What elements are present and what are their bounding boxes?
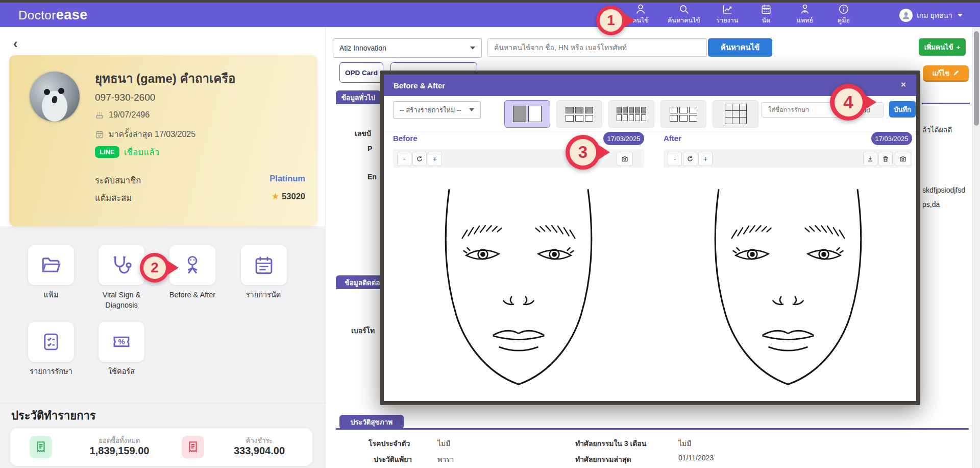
save-button[interactable]: บันทึก (889, 101, 916, 118)
calendar-check-icon (95, 130, 104, 139)
checklist-icon (40, 331, 62, 353)
chevron-down-icon (958, 14, 963, 17)
nav-appointments[interactable]: นัด (754, 4, 778, 26)
member-level-value: Platinum (270, 174, 305, 187)
callout-pointer (599, 145, 610, 159)
edit-button[interactable]: แก้ไข (923, 65, 969, 82)
layout-table-button[interactable] (713, 100, 758, 128)
after-camera-button[interactable] (895, 152, 911, 166)
before-face-canvas[interactable] (393, 172, 644, 400)
callout-step-4: 4 (830, 84, 867, 121)
fragment-id-label: เลขบั (355, 128, 371, 139)
user-menu[interactable]: เกม ยุทธนา (899, 9, 963, 22)
history-summary-card: ยอดซื้อทั้งหมด 1,839,159.00 ค้างชำระ 333… (10, 428, 312, 466)
after-download-button[interactable] (863, 152, 877, 166)
callout-number: 1 (600, 9, 622, 32)
before-zoom-in-button[interactable]: + (428, 152, 442, 166)
clinic-select-value: Atiz Innovation (339, 44, 386, 52)
fragment-en: En (368, 173, 377, 181)
history-title: ประวัติทำรายการ (11, 407, 96, 425)
patient-last-visit: มาครั้งล่าสุด 17/03/2025 (109, 128, 195, 141)
action-vital-sign-label: Vital Sign &Diagnosis (86, 290, 157, 310)
patient-card: ยุทธนา (game) คำถาเครือ 097-930-2600 19/… (9, 55, 317, 226)
after-zoom-in-button[interactable]: + (698, 152, 713, 166)
nav-search-patient[interactable]: ค้นหาคนไข้ (668, 4, 700, 26)
layout-grid-outline-button[interactable] (660, 100, 706, 128)
add-patient-button[interactable]: เพิ่มคนไข้+ (919, 38, 966, 56)
callout-pointer (624, 13, 635, 28)
nav-reports[interactable]: รายงาน (716, 4, 739, 26)
face-chart-drawing (686, 175, 890, 396)
patient-search-input[interactable] (487, 38, 707, 57)
user-name: เกม ยุทธนา (917, 10, 952, 21)
select-caret-icon (469, 108, 474, 111)
treatment-name-input[interactable] (762, 102, 840, 118)
action-vital-sign[interactable] (99, 245, 144, 285)
action-treatments-label: รายการรักษา (15, 367, 87, 377)
after-date-badge[interactable]: 17/03/2025 (871, 132, 912, 145)
section-underline-right (922, 103, 970, 104)
layout-glyph (513, 106, 526, 122)
action-records[interactable] (28, 245, 74, 285)
scrollbar-thumb[interactable] (974, 31, 979, 126)
app-logo: Doctorease (18, 7, 88, 23)
points-value: 53020 (282, 192, 305, 201)
info-icon (838, 4, 849, 15)
refresh-icon (687, 155, 694, 162)
close-icon[interactable]: × (901, 80, 906, 90)
new-record-select[interactable]: -- สร้างรายการใหม่ -- (393, 101, 481, 119)
after-refresh-button[interactable] (683, 152, 697, 166)
layout-glyph (528, 106, 542, 122)
action-use-course[interactable]: % (99, 322, 144, 362)
face-chart-drawing (416, 175, 621, 396)
back-button[interactable]: ‹ (13, 37, 18, 50)
birthday-cake-icon (95, 110, 104, 120)
user-avatar-icon (899, 9, 913, 22)
allergy-value: พารา (437, 454, 454, 465)
total-purchases-value: 1,839,159.00 (63, 445, 176, 457)
after-delete-button[interactable] (878, 152, 893, 166)
star-icon: ★ (272, 192, 279, 201)
member-level-label: ระดับสมาชิก (95, 174, 141, 187)
before-date-badge[interactable]: 17/03/2025 (603, 132, 644, 145)
screen: Doctorease คนไข้ ค้นหาคนไข้ รายงาน นัด แ… (0, 0, 980, 468)
clinic-select[interactable]: Atiz Innovation (333, 38, 482, 58)
nav-manual[interactable]: คู่มือ (832, 4, 855, 26)
search-icon (678, 4, 690, 15)
fragment-phone-label: เบอร์โท (351, 325, 375, 336)
section-tag-health-history: ประวัติสุขภาพ (339, 415, 404, 429)
section-underline-health (336, 428, 969, 430)
camera-icon (621, 155, 628, 162)
after-zoom-out-button[interactable]: - (668, 152, 682, 166)
before-refresh-button[interactable] (412, 152, 427, 166)
download-icon (867, 155, 874, 162)
scrollbar-track[interactable] (972, 27, 980, 468)
penguin-eye (44, 89, 50, 95)
toolbar-divider (384, 131, 916, 131)
patient-phone: 097-930-2600 (95, 92, 155, 103)
before-zoom-out-button[interactable]: - (397, 152, 411, 166)
points-label: แต้มสะสม (95, 191, 132, 204)
after-label: After (664, 134, 681, 143)
disease-value: ไม่มี (437, 438, 451, 449)
layout-grid-3x2-button[interactable] (556, 100, 602, 128)
stethoscope-icon (111, 254, 132, 276)
outstanding-value: 333,904.00 (203, 445, 315, 457)
pencil-icon (953, 69, 960, 76)
before-camera-button[interactable] (617, 152, 633, 166)
refresh-icon (416, 155, 423, 162)
tab-opd-card[interactable]: OPD Card (339, 62, 383, 83)
layout-two-panel-button[interactable] (504, 100, 550, 128)
left-section-divider (0, 403, 325, 404)
action-treatments[interactable] (28, 322, 74, 362)
after-face-canvas[interactable] (664, 172, 912, 400)
layout-glyph (617, 107, 646, 121)
before-after-modal-body: Before & After × -- สร้างรายการใหม่ -- (384, 75, 916, 401)
action-appointments[interactable] (241, 245, 287, 285)
layout-grid-5x2-button[interactable] (608, 100, 654, 128)
trash-icon (882, 155, 889, 162)
search-patient-button[interactable]: ค้นหาคนไข้ (708, 38, 772, 57)
callout-step-1: 1 (596, 6, 626, 35)
outstanding-label: ค้างชำระ (203, 435, 315, 446)
nav-doctors[interactable]: แพทย์ (793, 4, 817, 26)
